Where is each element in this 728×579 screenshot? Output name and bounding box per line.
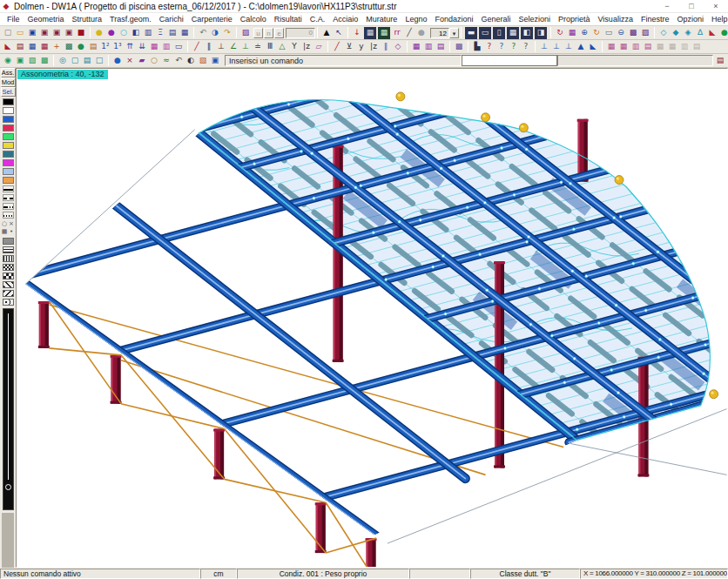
pattern-hatch-45[interactable] [3, 281, 14, 288]
snapshot-dark-icon[interactable]: ▦ [364, 27, 376, 39]
query-node-icon[interactable]: ? [483, 41, 495, 53]
monitor-tool-icon[interactable]: ▭ [172, 41, 185, 53]
swatch-lightblue[interactable] [3, 168, 14, 175]
app-icon[interactable]: ◆ [0, 2, 12, 10]
unselect-shells-icon[interactable]: ▤ [81, 55, 93, 67]
query-shell-icon[interactable]: ? [508, 41, 520, 53]
help-manual-icon[interactable]: ▤ [714, 55, 726, 67]
menu-file[interactable]: File [4, 15, 23, 24]
swatch-orange[interactable] [3, 177, 14, 184]
support-roller-icon[interactable]: ⊥ [563, 41, 575, 53]
model-viewport[interactable]: Assonometria : 40, -132 [16, 68, 728, 568]
unselect-all-icon[interactable]: □ [93, 55, 105, 67]
unselect-nodes-icon[interactable]: ◎ [57, 55, 69, 67]
table-beams-icon[interactable]: ▦ [617, 41, 630, 53]
refresh-view-icon[interactable]: ↻ [554, 27, 566, 39]
axis-z-icon[interactable]: |z [367, 41, 380, 53]
numeric-offset-field[interactable] [286, 28, 315, 38]
pattern-stripes-h[interactable] [3, 255, 14, 262]
swatch-yellow[interactable] [3, 142, 14, 149]
import-model-icon[interactable]: ▣ [51, 27, 63, 39]
select-invert-icon[interactable]: ◐ [185, 55, 197, 67]
select-polygon-icon[interactable]: ▰ [136, 55, 148, 67]
measure-distance-icon[interactable]: ╱ [403, 27, 415, 39]
menu-selezioni[interactable]: Selezioni [516, 15, 553, 24]
linestyle-solid[interactable] [3, 185, 14, 192]
wall-brick-icon[interactable]: ▤ [87, 41, 99, 53]
triangle-tool-icon[interactable]: △ [276, 41, 288, 53]
menu-generali[interactable]: Generali [478, 15, 513, 24]
anchor-pin-icon[interactable]: + [51, 41, 63, 53]
view-layout-three-b-icon[interactable]: ◨ [535, 27, 547, 39]
point-style-cross-icon[interactable]: × [8, 220, 15, 228]
iso-view-2-icon[interactable]: ◆ [670, 27, 682, 39]
menu-carpenterie[interactable]: Carpenterie [189, 15, 235, 24]
clip-window-icon[interactable]: ◧ [130, 27, 142, 39]
select-box-icon[interactable]: ▧ [197, 55, 209, 67]
perpendicular-line-icon[interactable]: ⊥ [215, 41, 227, 53]
minimize-button[interactable]: − [655, 0, 679, 13]
parallel-line-icon[interactable]: ∥ [203, 41, 215, 53]
undo-icon[interactable]: ↶ [197, 27, 209, 39]
view-layout-single-icon[interactable]: ▬ [465, 27, 477, 39]
zoom-all-icon[interactable]: ▤ [166, 27, 179, 39]
unit-e-button[interactable]: e [274, 28, 284, 38]
close-model-icon[interactable]: ■ [75, 27, 87, 39]
numbering-cubed-icon[interactable]: 1³ [111, 41, 124, 53]
pointer-select-icon[interactable]: ↖ [333, 27, 345, 39]
view-layout-split-h-icon[interactable]: ▭ [479, 27, 491, 39]
swatch-green[interactable] [3, 133, 14, 140]
shade-mode-2-icon[interactable]: ▨ [639, 27, 651, 39]
zoom-out-icon[interactable]: ⊖ [615, 27, 627, 39]
line-thickness-slider[interactable] [3, 308, 14, 510]
menu-carichi[interactable]: Carichi [157, 15, 186, 24]
menu-murature[interactable]: Murature [363, 15, 400, 24]
axis-z-line-icon[interactable]: |z [300, 41, 313, 53]
menu-help[interactable]: Help [709, 15, 728, 24]
export-model-icon[interactable]: ▣ [63, 27, 75, 39]
fork-tool-icon[interactable]: Y [288, 41, 300, 53]
swatch-blue[interactable] [3, 116, 14, 123]
shade-mode-1-icon[interactable]: ▩ [627, 27, 639, 39]
photo-blue-icon[interactable]: ▦ [26, 41, 38, 53]
render-node-cyan-icon[interactable]: ○ [118, 27, 130, 39]
divide-line-icon[interactable]: Ⅲ [264, 41, 276, 53]
zoom-selected-icon[interactable]: ▦ [179, 27, 191, 39]
view-layout-split-v-icon[interactable]: ▯ [493, 27, 505, 39]
pattern-checker-fine[interactable] [3, 264, 14, 271]
display-options-icon[interactable]: ▨ [239, 27, 252, 39]
select-store-icon[interactable]: ▣ [209, 55, 221, 67]
book-tool-icon[interactable]: ▤ [14, 41, 26, 53]
linestyle-dotted[interactable] [3, 212, 14, 219]
corner-tool-icon[interactable]: ▙ [471, 41, 483, 53]
linestyle-dashed[interactable] [3, 194, 14, 201]
menu-geometria[interactable]: Geometria [25, 15, 67, 24]
save-as-icon[interactable]: ▣ [38, 27, 51, 39]
table-shells-icon[interactable]: ▥ [630, 41, 642, 53]
axis-y-icon[interactable]: y [355, 41, 367, 53]
flag-tool-icon[interactable]: ◣ [2, 41, 14, 53]
menu-propriet[interactable]: Proprietà [556, 15, 593, 24]
menu-visualizza[interactable]: Visualizza [596, 15, 636, 24]
globe-tool-icon[interactable]: ● [75, 41, 87, 53]
swatch-white[interactable] [3, 107, 14, 114]
menu-calcolo[interactable]: Calcolo [238, 15, 269, 24]
render-globe-icon[interactable]: ● [718, 27, 728, 39]
menu-c-a[interactable]: C.A. [307, 15, 328, 24]
close-button[interactable]: × [704, 0, 728, 13]
select-solids-icon[interactable]: ▩ [38, 55, 51, 67]
grid-pink-1-icon[interactable]: ▦ [148, 41, 160, 53]
support-pinned-icon[interactable]: ⊥ [550, 41, 563, 53]
cone-view-icon[interactable]: ▲ [320, 27, 333, 39]
iso-view-1-icon[interactable]: ◇ [657, 27, 670, 39]
select-sphere-icon[interactable]: ● [111, 55, 124, 67]
support-inclined-icon[interactable]: ◣ [587, 41, 599, 53]
select-undo-icon[interactable]: ↶ [172, 55, 185, 67]
point-style-grid-icon[interactable]: ▦ [1, 228, 8, 236]
view-layout-three-a-icon[interactable]: ◧ [521, 27, 533, 39]
save-file-icon[interactable]: ▣ [26, 27, 38, 39]
project-tool-icon[interactable]: ⊻ [343, 41, 355, 53]
view-mode-sel-button[interactable]: Sel. [1, 87, 16, 97]
swatch-magenta[interactable] [3, 159, 14, 166]
photo-red-icon[interactable]: ▦ [38, 41, 51, 53]
